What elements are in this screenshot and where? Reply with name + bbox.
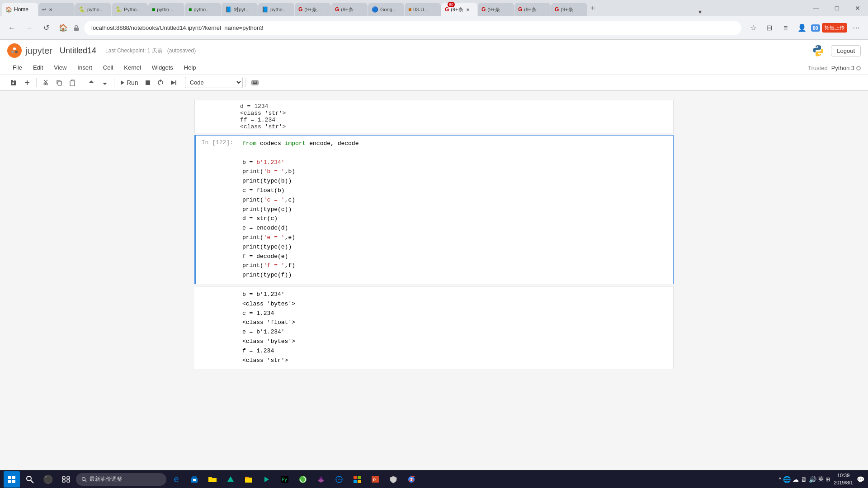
- task-multidesktop-icon[interactable]: [58, 471, 74, 488]
- sys-tray-ime[interactable]: 英: [818, 475, 824, 483]
- forward-button[interactable]: →: [22, 21, 36, 35]
- tab-5[interactable]: ■ pytho...: [148, 3, 184, 16]
- cell-code-content[interactable]: from codecs import encode, decode b = b'…: [237, 136, 673, 284]
- paste-cell-button[interactable]: [66, 77, 79, 88]
- maximize-button[interactable]: □: [826, 0, 847, 16]
- code-line-13: print('f = ',f): [242, 261, 668, 271]
- move-down-button[interactable]: [99, 77, 111, 88]
- jupyter-logo: jupyter: [7, 43, 52, 58]
- taskbar-chrome-icon[interactable]: [403, 471, 420, 488]
- menu-insert[interactable]: Insert: [72, 61, 98, 75]
- menu-cell[interactable]: Cell: [98, 61, 118, 75]
- tab-12[interactable]: ■ 03-U...: [405, 3, 441, 16]
- tab-6[interactable]: ■ pytho...: [185, 3, 221, 16]
- tab-14[interactable]: G (9+条: [478, 3, 514, 16]
- start-button[interactable]: [4, 471, 20, 488]
- collections-button[interactable]: ⊟: [762, 21, 777, 35]
- tab-16[interactable]: G (9+条: [551, 3, 587, 16]
- tab-3[interactable]: 🐍 pytho...: [75, 3, 111, 16]
- tab-icon: 🔵: [372, 6, 378, 13]
- taskbar-anaconda-icon[interactable]: [295, 471, 311, 488]
- tab-active[interactable]: 80 G (9+条 ✕: [441, 3, 477, 16]
- settings-button[interactable]: ⋯: [849, 21, 863, 35]
- taskbar-folder-icon[interactable]: [204, 471, 221, 488]
- clock-time: 10:39: [834, 472, 853, 479]
- logout-button[interactable]: Logout: [831, 45, 861, 56]
- restart-button[interactable]: [155, 78, 166, 88]
- tab-9[interactable]: G (9+条...: [295, 3, 331, 16]
- copy-cell-button[interactable]: [53, 77, 66, 88]
- notebook-area[interactable]: d = 1234 <class 'str'> ff = 1.234 <class…: [0, 91, 868, 470]
- taskbar-game-icon[interactable]: [222, 471, 239, 488]
- minimize-button[interactable]: —: [806, 0, 826, 16]
- save-button[interactable]: [7, 77, 20, 88]
- home-button[interactable]: 🏠: [56, 21, 71, 35]
- tab-11[interactable]: 🔵 Goog...: [368, 3, 404, 16]
- task-cortana-icon[interactable]: ⚫: [40, 471, 56, 488]
- tab-4[interactable]: 🐍 Pytho...: [112, 3, 148, 16]
- taskbar-store-icon[interactable]: [186, 471, 203, 488]
- svg-rect-32: [193, 479, 196, 481]
- svg-point-3: [11, 51, 14, 53]
- close-button[interactable]: ✕: [847, 0, 868, 16]
- sys-tray-volume[interactable]: 🔊: [809, 476, 816, 483]
- cut-cell-button[interactable]: [39, 77, 52, 88]
- taskbar-search-box[interactable]: 最新油价调整: [76, 473, 166, 486]
- address-input[interactable]: [84, 21, 741, 35]
- menu-widgets[interactable]: Widgets: [146, 61, 179, 75]
- taskbar-browser-icon[interactable]: [331, 471, 347, 488]
- menu-edit[interactable]: Edit: [28, 61, 48, 75]
- refresh-button[interactable]: ↺: [39, 21, 53, 35]
- stop-button[interactable]: [142, 78, 154, 88]
- star-button[interactable]: ☆: [746, 21, 760, 35]
- code-line-4: print(type(b)): [242, 177, 668, 186]
- tab-2[interactable]: ↩ ✕: [38, 3, 75, 16]
- new-tab-button[interactable]: +: [588, 4, 598, 13]
- taskbar-security-icon[interactable]: [385, 471, 401, 488]
- reader-button[interactable]: ≡: [778, 21, 793, 35]
- add-cell-button[interactable]: [21, 77, 33, 88]
- notebook-title[interactable]: Untitled14: [60, 46, 96, 56]
- taskbar-powerpoint-icon[interactable]: P: [367, 471, 383, 488]
- keyboard-shortcuts-button[interactable]: [249, 77, 261, 88]
- tab-close[interactable]: ✕: [49, 7, 52, 12]
- tab-8[interactable]: 📘 pytho...: [258, 3, 294, 16]
- cell-type-select[interactable]: Code Markdown Raw NBConvert Heading: [185, 77, 243, 88]
- tab-15[interactable]: G (9+条: [514, 3, 551, 16]
- menu-file[interactable]: File: [7, 61, 28, 75]
- taskbar-windows-icon2[interactable]: [349, 471, 365, 488]
- code-cell-122[interactable]: In [122]: from codecs import encode, dec…: [194, 135, 674, 284]
- menu-help[interactable]: Help: [179, 61, 202, 75]
- taskbar-ie-icon[interactable]: e: [168, 471, 184, 488]
- tab-icon: ■: [189, 6, 192, 13]
- tab-10[interactable]: G (9+条: [331, 3, 368, 16]
- move-up-button[interactable]: [85, 77, 98, 88]
- tab-home[interactable]: 🏠 Home: [2, 3, 38, 16]
- back-button[interactable]: ←: [5, 21, 19, 35]
- tab-label: pytho...: [87, 7, 104, 12]
- menu-view[interactable]: View: [48, 61, 72, 75]
- sys-tray-network: 🌐: [783, 476, 791, 483]
- tab-icon: 🐍: [79, 6, 85, 13]
- sys-tray-windows[interactable]: ⊞: [826, 476, 830, 483]
- taskbar-vs-icon[interactable]: [313, 471, 329, 488]
- code-line-3: print('b = ',b): [242, 167, 668, 177]
- taskbar-media-icon[interactable]: [259, 471, 275, 488]
- taskbar-explorer-icon[interactable]: [241, 471, 257, 488]
- svg-rect-6: [70, 81, 75, 86]
- task-search-icon[interactable]: [22, 471, 38, 488]
- tab-icon: G: [555, 6, 559, 13]
- restart-run-button[interactable]: [167, 78, 179, 88]
- account-button[interactable]: 👤: [795, 21, 809, 35]
- run-label: Run: [127, 79, 138, 86]
- tab-7[interactable]: 📘 对pyt...: [222, 3, 258, 16]
- tab-close[interactable]: ✕: [466, 7, 470, 12]
- menu-kernel[interactable]: Kernel: [118, 61, 146, 75]
- notification-center[interactable]: 💬: [857, 476, 864, 483]
- upload-button[interactable]: 拓链上传: [822, 23, 847, 33]
- taskbar-pycharm-icon[interactable]: Py: [277, 471, 293, 488]
- run-button[interactable]: Run: [117, 77, 141, 88]
- sys-tray-expand[interactable]: ^: [779, 476, 782, 483]
- taskbar-clock[interactable]: 10:39 2019/8/1: [834, 472, 853, 486]
- tab-list-button[interactable]: ▾: [697, 7, 703, 16]
